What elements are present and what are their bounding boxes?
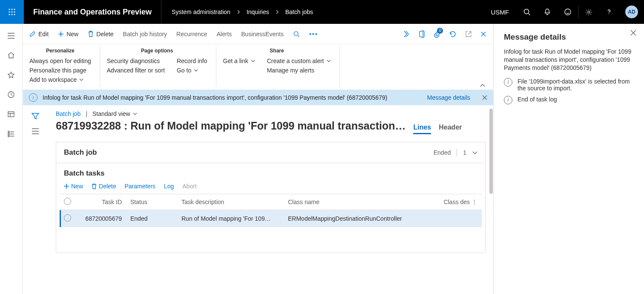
search-icon [523, 8, 531, 16]
avatar[interactable]: AD [625, 6, 638, 18]
infobar-text: Infolog for task Run of Model mapping 'F… [43, 94, 387, 101]
help[interactable] [599, 0, 619, 24]
nav-workspaces[interactable] [0, 107, 23, 122]
scrollbar[interactable] [489, 109, 493, 194]
star-icon [7, 71, 15, 79]
col-classdesc[interactable]: Class des ⋮ [440, 194, 482, 210]
task-log[interactable]: Log [164, 183, 174, 190]
attachments[interactable]: 0 [434, 30, 440, 38]
svg-point-3 [9, 11, 10, 12]
crumb-1[interactable]: System administration [172, 9, 230, 15]
go-to[interactable]: Go to [177, 66, 207, 75]
record-info[interactable]: Record info [177, 56, 207, 66]
infobar-close[interactable] [482, 95, 487, 100]
nav-modules[interactable] [0, 126, 23, 141]
row-select-circle[interactable] [64, 214, 71, 222]
recurrence-label: Recurrence [176, 31, 207, 37]
crumb-2[interactable]: Inquiries [247, 9, 269, 15]
close-details[interactable] [630, 30, 636, 36]
filter-rail [23, 105, 48, 294]
notifications[interactable] [537, 0, 558, 24]
app-title[interactable]: Finance and Operations Preview [24, 0, 161, 24]
business-events-button[interactable]: BusinessEvents [241, 31, 284, 37]
tab-lines[interactable]: Lines [413, 124, 431, 134]
batch-history-button[interactable]: Batch job history [123, 31, 167, 37]
office-addins[interactable] [418, 30, 425, 38]
chevron-down-icon [194, 69, 198, 72]
tab-header[interactable]: Header [439, 124, 462, 134]
alerts-button[interactable]: Alerts [216, 31, 232, 37]
svg-point-8 [14, 14, 15, 15]
power-apps[interactable] [402, 30, 410, 38]
delete-button[interactable]: Delete [88, 31, 113, 37]
business-events-label: BusinessEvents [241, 31, 284, 37]
svg-point-5 [14, 11, 15, 12]
refresh[interactable] [449, 30, 457, 38]
nav-home[interactable] [0, 48, 23, 63]
message-details-pane: Message details Infolog for task Run of … [494, 24, 644, 294]
col-desc[interactable]: Task description [177, 194, 284, 210]
batch-tasks-title: Batch tasks [56, 163, 485, 178]
page-search[interactable] [293, 31, 300, 37]
grid-header: Task ID Status Task description Class na… [60, 194, 482, 210]
tasks-grid: Task ID Status Task description Class na… [60, 194, 482, 227]
more-cols-icon[interactable]: ⋮ [472, 199, 477, 205]
more-actions[interactable]: ••• [309, 31, 318, 37]
edit-button[interactable]: Edit [29, 31, 49, 37]
personalize-this-page[interactable]: Personalize this page [29, 66, 91, 75]
select-all-circle[interactable] [64, 198, 71, 205]
view-selector[interactable]: Standard view [92, 110, 137, 117]
svg-point-10 [565, 9, 571, 15]
company-picker[interactable]: USMF [483, 9, 517, 16]
close-page[interactable] [480, 31, 486, 37]
batch-job-link[interactable]: Batch job [56, 110, 80, 117]
advanced-filter[interactable]: Advanced filter or sort [107, 66, 165, 75]
task-abort: Abort [182, 183, 196, 190]
chevron-right-icon [236, 10, 241, 14]
task-delete[interactable]: Delete [92, 183, 116, 190]
ribbon-group-personalize: Personalize Always open for editing Pers… [29, 46, 100, 87]
col-class[interactable]: Class name [284, 194, 440, 210]
message-details-link[interactable]: Message details [427, 94, 470, 101]
task-new[interactable]: New [64, 183, 83, 190]
col-select[interactable] [60, 194, 79, 210]
feedback[interactable] [558, 0, 578, 24]
get-a-link[interactable]: Get a link [223, 56, 255, 66]
card-expand[interactable] [472, 151, 477, 155]
global-search[interactable] [517, 0, 537, 24]
task-parameters[interactable]: Parameters [124, 183, 155, 190]
separator [457, 149, 457, 156]
app-launcher[interactable] [0, 0, 24, 24]
create-custom-alert[interactable]: Create a custom alert [267, 56, 331, 66]
table-row[interactable]: 68720005679 Ended Run of Model mapping '… [60, 210, 482, 228]
job-count: 1 [463, 149, 466, 156]
plus-icon [58, 31, 64, 37]
collapse-ribbon[interactable] [480, 84, 486, 88]
plus-icon [64, 184, 69, 189]
close-icon [482, 95, 487, 100]
related-info[interactable] [32, 128, 39, 134]
card-title: Batch job [64, 148, 97, 157]
chevron-down-icon [133, 112, 137, 115]
nav-recent[interactable] [0, 87, 23, 102]
nav-toggle[interactable] [0, 28, 23, 43]
settings[interactable] [578, 0, 599, 24]
security-diagnostics[interactable]: Security diagnostics [107, 56, 165, 66]
page-body: Batch job | Standard view 68719932288 : … [48, 105, 493, 294]
svg-point-20 [294, 32, 298, 36]
col-status[interactable]: Status [126, 194, 177, 210]
popout[interactable] [465, 31, 472, 37]
popout-icon [465, 31, 472, 37]
crumb-3[interactable]: Batch jobs [285, 9, 313, 15]
cell-desc: Run of Model mapping 'For 109… [177, 210, 284, 228]
new-button[interactable]: New [58, 31, 78, 37]
always-open-editing[interactable]: Always open for editing [29, 56, 91, 66]
svg-rect-19 [8, 135, 9, 137]
recurrence-button[interactable]: Recurrence [176, 31, 207, 37]
close-icon [630, 30, 636, 36]
add-to-workspace[interactable]: Add to workspace [29, 75, 91, 84]
col-taskid[interactable]: Task ID [79, 194, 126, 210]
filter-funnel[interactable] [31, 112, 40, 121]
nav-favorites[interactable] [0, 67, 23, 83]
manage-my-alerts[interactable]: Manage my alerts [267, 66, 331, 75]
